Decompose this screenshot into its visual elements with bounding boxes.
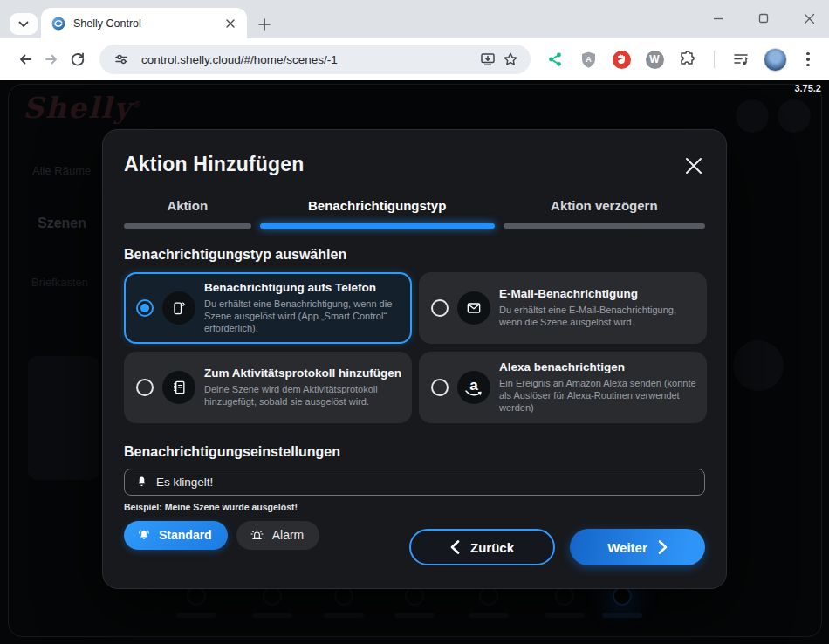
step-benachrichtigungstyp[interactable]: Benachrichtigungstyp bbox=[260, 198, 495, 229]
side-button-dim bbox=[733, 340, 784, 391]
share-extension-icon[interactable] bbox=[545, 49, 565, 70]
option-title: Alexa benachrichtigen bbox=[499, 360, 696, 375]
option-description: Du erhältst eine E-Mail-Benachrichtigung… bbox=[499, 304, 696, 329]
tab-search-button[interactable] bbox=[10, 13, 38, 35]
bottom-nav-item[interactable] bbox=[246, 586, 298, 618]
notification-text-value: Es klingelt! bbox=[156, 476, 213, 489]
step-progress-bar bbox=[260, 223, 495, 229]
notification-text-input[interactable]: Es klingelt! bbox=[124, 469, 705, 496]
step-progress-bar bbox=[124, 223, 251, 229]
forward-icon[interactable] bbox=[38, 46, 65, 72]
back-icon[interactable] bbox=[12, 46, 38, 72]
browser-toolbar: control.shelly.cloud/#/home/scenes/-1 A … bbox=[0, 38, 829, 80]
bottom-nav-item[interactable] bbox=[170, 586, 223, 618]
back-button[interactable]: Zurück bbox=[409, 529, 555, 565]
modal-title: Aktion Hinzufügen bbox=[124, 153, 305, 176]
option-description: Ein Ereignis an Amazon Alexa senden (kön… bbox=[499, 377, 696, 414]
tab-close-icon[interactable] bbox=[223, 16, 238, 31]
next-button-label: Weiter bbox=[607, 540, 647, 555]
sidebar-item-scenes[interactable]: Szenen bbox=[38, 216, 86, 231]
wappalyzer-extension-icon[interactable]: W bbox=[644, 49, 665, 70]
alexa-icon: a bbox=[457, 371, 490, 404]
notification-example-text: Beispiel: Meine Szene wurde ausgelöst! bbox=[124, 502, 705, 512]
option-description: Deine Szene wird dem Aktivitätsprotokoll… bbox=[204, 383, 401, 408]
step-progress-bar bbox=[504, 223, 705, 229]
wizard-steps: Aktion Benachrichtigungstyp Aktion verzö… bbox=[124, 198, 705, 229]
scene-name-label[interactable]: Briefkasten bbox=[31, 276, 88, 289]
header-button-dim bbox=[736, 99, 769, 133]
radio-unselected[interactable] bbox=[431, 379, 449, 396]
extensions-puzzle-icon[interactable] bbox=[677, 49, 698, 70]
siren-icon bbox=[249, 528, 265, 543]
reload-icon[interactable] bbox=[65, 46, 91, 72]
radio-selected[interactable] bbox=[136, 299, 154, 317]
radio-unselected[interactable] bbox=[136, 379, 154, 396]
option-title: Zum Aktivitätsprotokoll hinzufügen bbox=[204, 367, 401, 381]
media-controls-icon[interactable] bbox=[730, 49, 751, 70]
step-aktion[interactable]: Aktion bbox=[124, 198, 251, 229]
install-app-icon[interactable] bbox=[476, 48, 499, 71]
window-close-icon[interactable] bbox=[801, 10, 817, 26]
bottom-nav-item-active[interactable] bbox=[596, 586, 648, 618]
menu-kebab-icon[interactable] bbox=[799, 52, 817, 67]
shelly-app-page: Shelly® 3.75.2 Alle Räume Szenen Briefka… bbox=[0, 80, 829, 644]
adblock-extension-icon[interactable] bbox=[611, 49, 632, 70]
option-title: Benachrichtigung aufs Telefon bbox=[204, 281, 401, 296]
email-icon bbox=[457, 291, 490, 325]
url-bar[interactable]: control.shelly.cloud/#/home/scenes/-1 bbox=[99, 45, 531, 74]
tab-title: Shelly Control bbox=[73, 17, 223, 30]
adguard-extension-icon[interactable]: A bbox=[578, 49, 599, 70]
back-button-label: Zurück bbox=[470, 540, 514, 555]
notification-type-heading: Benachrichtigungstyp auswählen bbox=[124, 247, 705, 263]
sidebar-item-rooms[interactable]: Alle Räume bbox=[32, 164, 91, 177]
add-action-modal: Aktion Hinzufügen Aktion Benachrichtigun… bbox=[102, 129, 727, 589]
bottom-nav-item[interactable] bbox=[462, 586, 515, 618]
bell-icon bbox=[135, 475, 148, 489]
window-maximize-icon[interactable] bbox=[756, 10, 771, 26]
notification-type-options: Benachrichtigung aufs Telefon Du erhälts… bbox=[124, 272, 705, 423]
url-text[interactable]: control.shelly.cloud/#/home/scenes/-1 bbox=[141, 53, 476, 66]
toolbar-separator bbox=[714, 51, 715, 68]
option-activity-log[interactable]: Zum Aktivitätsprotokoll hinzufügen Deine… bbox=[124, 352, 412, 423]
step-aktion-verzoegern[interactable]: Aktion verzögern bbox=[504, 198, 705, 229]
option-phone-notification[interactable]: Benachrichtigung aufs Telefon Du erhälts… bbox=[124, 272, 412, 344]
bottom-nav-item[interactable] bbox=[388, 586, 441, 618]
bottom-navigation bbox=[0, 586, 829, 632]
chevron-left-icon bbox=[450, 540, 460, 554]
bottom-nav-item[interactable] bbox=[318, 586, 370, 618]
bookmark-star-icon[interactable] bbox=[499, 48, 522, 71]
radio-unselected[interactable] bbox=[431, 299, 449, 317]
bell-ring-icon bbox=[136, 528, 152, 543]
option-title: E-Mail-Benachrichtigung bbox=[499, 287, 696, 302]
profile-avatar[interactable] bbox=[764, 48, 787, 72]
phone-notification-icon bbox=[162, 291, 195, 325]
header-button-dim bbox=[778, 99, 811, 133]
notification-settings-heading: Benachrichtigungseinstellungen bbox=[124, 444, 705, 460]
option-alexa-notification[interactable]: a Alexa benachrichtigen Ein Ereignis an … bbox=[419, 352, 707, 423]
window-minimize-icon[interactable] bbox=[710, 10, 726, 26]
bottom-nav-item[interactable] bbox=[538, 586, 591, 618]
sound-option-alarm[interactable]: Alarm bbox=[236, 521, 320, 550]
next-button[interactable]: Weiter bbox=[570, 529, 705, 565]
shelly-favicon bbox=[51, 17, 65, 31]
app-version: 3.75.2 bbox=[794, 83, 821, 93]
close-icon[interactable] bbox=[682, 154, 705, 177]
option-email-notification[interactable]: E-Mail-Benachrichtigung Du erhältst eine… bbox=[419, 272, 707, 344]
activity-log-icon bbox=[162, 371, 195, 404]
shelly-logo: Shelly® bbox=[23, 91, 142, 125]
new-tab-button[interactable] bbox=[256, 16, 273, 33]
chevron-down-icon bbox=[18, 21, 29, 28]
svg-text:A: A bbox=[586, 55, 592, 64]
scene-card-dim bbox=[28, 356, 99, 480]
browser-titlebar: Shelly Control bbox=[0, 0, 829, 38]
browser-tab[interactable]: Shelly Control bbox=[41, 8, 247, 38]
option-description: Du erhältst eine Benachrichtigung, wenn … bbox=[204, 298, 401, 335]
sound-option-standard[interactable]: Standard bbox=[124, 521, 228, 550]
site-settings-icon[interactable] bbox=[110, 48, 133, 71]
chevron-right-icon bbox=[658, 540, 668, 554]
